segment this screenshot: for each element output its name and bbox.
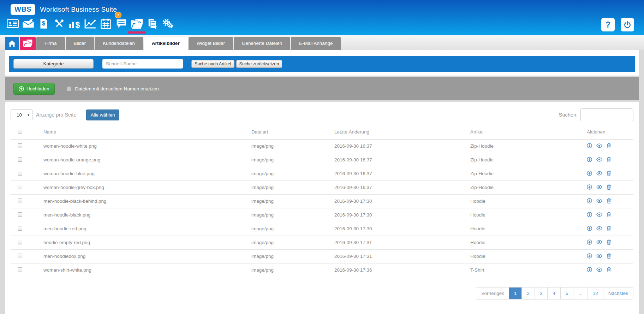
page-button-3[interactable]: 3	[535, 288, 548, 299]
table-row: woman-hoodie-blue.png image/png 2016-09-…	[11, 167, 633, 180]
download-icon[interactable]	[587, 253, 592, 260]
page-button-12[interactable]: 12	[588, 288, 603, 299]
preview-eye-icon[interactable]	[596, 143, 602, 149]
tab-media-library[interactable]	[20, 37, 36, 50]
table-row: men-hoodiebox.png image/png 2016-09-30 1…	[11, 249, 633, 263]
delete-trash-icon[interactable]	[607, 239, 611, 246]
upload-button-label: Hochladen	[26, 86, 49, 91]
table-row: woman-shirt-white.png image/png 2016-09-…	[11, 263, 633, 277]
row-checkbox[interactable]	[18, 267, 22, 272]
download-icon[interactable]	[587, 184, 592, 191]
file-name: men-hoodie-black-behind.png	[43, 194, 251, 208]
row-checkbox[interactable]	[18, 212, 22, 217]
page-button-4[interactable]: 4	[547, 288, 560, 299]
tab-artikelbilder[interactable]: Artikelbilder	[144, 37, 188, 50]
quick-search-input[interactable]	[102, 59, 183, 69]
category-button[interactable]: Kategorie	[13, 59, 94, 69]
messages-icon[interactable]: 7	[114, 16, 129, 31]
mail-icon[interactable]	[20, 16, 36, 31]
preview-eye-icon[interactable]	[596, 240, 602, 245]
row-checkbox[interactable]	[18, 240, 22, 244]
download-icon[interactable]	[587, 212, 592, 218]
download-icon[interactable]	[587, 267, 592, 273]
delete-trash-icon[interactable]	[607, 171, 611, 177]
preview-eye-icon[interactable]	[596, 254, 602, 259]
article: Hoodie	[470, 194, 586, 208]
download-icon[interactable]	[587, 143, 592, 149]
row-checkbox[interactable]	[18, 226, 22, 231]
svg-text:$: $	[75, 20, 80, 29]
tab-widget-bilder[interactable]: Widget Bilder	[189, 37, 233, 50]
preview-eye-icon[interactable]	[596, 171, 602, 177]
column-header-modified: Letzte Änderung	[334, 125, 470, 139]
table-row: woman-hoodie-orange.png image/png 2016-0…	[11, 153, 633, 167]
preview-eye-icon[interactable]	[596, 199, 602, 204]
tab-firma[interactable]: Firma	[36, 37, 65, 50]
media-folder-icon	[23, 39, 33, 48]
last-modified: 2016-09-30 17:30	[334, 208, 470, 222]
tab-e-mail-anhänge[interactable]: E-Mail Anhänge	[291, 37, 341, 50]
select-all-button[interactable]: Alle wählen	[86, 109, 119, 120]
row-checkbox[interactable]	[18, 185, 22, 189]
preview-eye-icon[interactable]	[596, 226, 602, 232]
replace-files-checkbox[interactable]	[67, 87, 71, 91]
documents-icon[interactable]	[145, 16, 160, 31]
download-icon[interactable]	[587, 171, 592, 177]
media-library-icon[interactable]	[129, 16, 145, 31]
row-checkbox[interactable]	[18, 143, 22, 148]
row-checkbox[interactable]	[18, 171, 22, 176]
upload-button[interactable]: Hochladen	[13, 83, 55, 95]
row-checkbox[interactable]	[18, 199, 22, 203]
tools-icon[interactable]	[52, 16, 67, 31]
download-icon[interactable]	[587, 226, 592, 232]
page-button-2[interactable]: 2	[521, 288, 535, 299]
wbs-logo[interactable]: WBS	[11, 4, 35, 15]
row-checkbox[interactable]	[18, 157, 22, 162]
delete-trash-icon[interactable]	[607, 253, 611, 260]
next-page-button[interactable]: Nächstes	[603, 288, 633, 299]
tab-home[interactable]	[5, 37, 19, 50]
previous-page-button[interactable]: Vorheriges	[476, 288, 509, 299]
logout-button[interactable]	[621, 18, 634, 31]
preview-eye-icon[interactable]	[596, 185, 602, 190]
table-search-input[interactable]	[580, 108, 633, 121]
delete-trash-icon[interactable]	[607, 267, 611, 273]
delete-trash-icon[interactable]	[607, 143, 611, 149]
settings-gears-icon[interactable]	[160, 16, 176, 31]
delete-trash-icon[interactable]	[607, 184, 611, 191]
reset-search-button[interactable]: Suche zurücksetzen	[236, 60, 282, 68]
delete-trash-icon[interactable]	[607, 226, 611, 232]
article: Hoodie	[470, 222, 586, 236]
preview-eye-icon[interactable]	[596, 212, 602, 218]
tab-bilder[interactable]: Bilder	[66, 37, 94, 50]
row-checkbox[interactable]	[18, 254, 22, 258]
replace-files-label: Dateien mit denselben Namen ersetzen	[75, 86, 159, 91]
finance-stats-icon[interactable]: $	[67, 16, 83, 31]
contacts-icon[interactable]	[5, 16, 20, 31]
download-icon[interactable]	[587, 157, 592, 163]
tab-generierte-dateien[interactable]: Generierte Dateien	[234, 37, 290, 50]
calendar-icon[interactable]	[98, 16, 114, 31]
download-icon[interactable]	[587, 198, 592, 205]
delete-trash-icon[interactable]	[607, 157, 611, 163]
line-chart-icon[interactable]	[83, 16, 98, 31]
svg-text:$: $	[42, 20, 45, 26]
file-type: image/png	[251, 194, 334, 208]
page-button-1[interactable]: 1	[509, 288, 522, 299]
download-icon[interactable]	[587, 239, 592, 246]
page-button-5[interactable]: 5	[560, 288, 573, 299]
last-modified: 2016-09-30 16:37	[334, 167, 470, 180]
select-all-checkbox[interactable]	[18, 129, 22, 134]
last-modified: 2016-09-30 17:30	[334, 222, 470, 236]
preview-eye-icon[interactable]	[596, 157, 602, 163]
delete-trash-icon[interactable]	[607, 212, 611, 218]
tab-kundendateien[interactable]: Kundendateien	[95, 37, 143, 50]
invoice-icon[interactable]: $	[36, 16, 52, 31]
delete-trash-icon[interactable]	[607, 198, 611, 205]
last-modified: 2016-09-30 16:37	[334, 153, 470, 167]
power-icon	[624, 21, 631, 28]
help-button[interactable]: ?	[601, 18, 615, 31]
page-size-select[interactable]: 10 ▾	[11, 109, 32, 120]
preview-eye-icon[interactable]	[596, 267, 602, 273]
search-by-article-button[interactable]: Suche nach Artikel	[191, 60, 234, 68]
